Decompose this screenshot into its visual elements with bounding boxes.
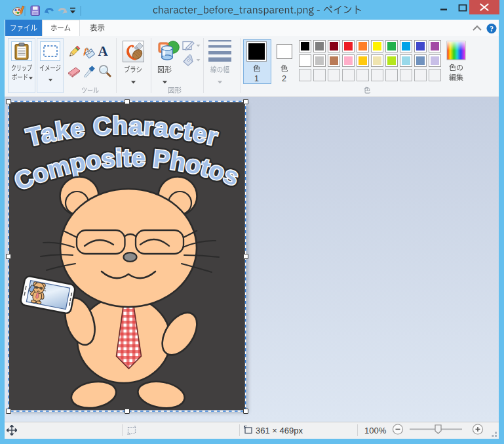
svg-text:?: ?	[490, 25, 494, 33]
